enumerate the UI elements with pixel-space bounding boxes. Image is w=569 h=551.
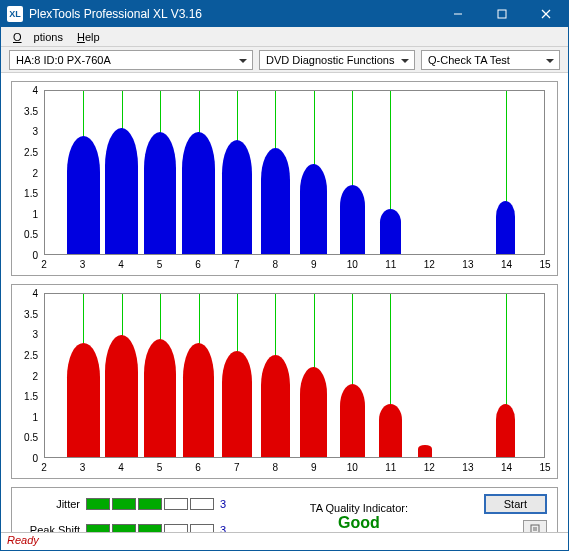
ytick: 0.5 [24, 229, 38, 240]
jitter-label: Jitter [22, 498, 80, 510]
ytick: 0 [32, 453, 38, 464]
ytick: 4 [32, 288, 38, 299]
data-peak [496, 404, 515, 457]
data-peak [222, 140, 253, 254]
ta-quality: TA Quality Indicator: Good [244, 502, 474, 532]
data-peak [144, 132, 177, 254]
data-peak [261, 355, 290, 457]
xtick: 11 [385, 462, 396, 473]
ytick: 2 [32, 370, 38, 381]
ta-quality-value: Good [244, 514, 474, 532]
xtick: 6 [195, 259, 201, 270]
data-peak [300, 367, 327, 457]
toolbar: HA:8 ID:0 PX-760A DVD Diagnostic Functio… [1, 47, 568, 73]
menu-help[interactable]: Help [71, 29, 106, 45]
data-peak [105, 128, 138, 254]
app-icon: XL [7, 6, 23, 22]
data-peak [105, 335, 138, 457]
content-area: 00.511.522.533.5423456789101112131415 00… [1, 73, 568, 479]
data-peak [183, 343, 214, 457]
data-peak [300, 164, 327, 254]
meter-box [190, 498, 214, 510]
ytick: 3 [32, 126, 38, 137]
chart-top: 00.511.522.533.5423456789101112131415 [11, 81, 558, 276]
xtick: 11 [385, 259, 396, 270]
xtick: 3 [80, 259, 86, 270]
xtick: 7 [234, 462, 240, 473]
xtick: 15 [539, 462, 550, 473]
jitter-value: 3 [220, 498, 234, 510]
xtick: 10 [347, 259, 358, 270]
xtick: 12 [424, 259, 435, 270]
meter-box [164, 498, 188, 510]
xtick: 4 [118, 259, 124, 270]
menu-options[interactable]: Options [7, 29, 69, 45]
ytick: 3 [32, 329, 38, 340]
meter-box [86, 498, 110, 510]
data-peak [340, 384, 365, 457]
start-button[interactable]: Start [484, 494, 547, 514]
maximize-button[interactable] [480, 1, 524, 27]
xtick: 2 [41, 462, 47, 473]
plot-area [44, 293, 545, 458]
data-peak [380, 209, 401, 254]
titlebar: XL PlexTools Professional XL V3.16 [1, 1, 568, 27]
xtick: 5 [157, 462, 163, 473]
data-peak [340, 185, 365, 254]
xtick: 2 [41, 259, 47, 270]
xtick: 14 [501, 462, 512, 473]
xtick: 10 [347, 462, 358, 473]
data-peak [144, 339, 177, 457]
ytick: 2.5 [24, 349, 38, 360]
xtick: 3 [80, 462, 86, 473]
ytick: 1 [32, 208, 38, 219]
xtick: 6 [195, 462, 201, 473]
ytick: 2 [32, 167, 38, 178]
chart-bottom: 00.511.522.533.5423456789101112131415 [11, 284, 558, 479]
ytick: 0.5 [24, 432, 38, 443]
ytick: 1.5 [24, 391, 38, 402]
ytick: 1.5 [24, 188, 38, 199]
xtick: 15 [539, 259, 550, 270]
ytick: 3.5 [24, 308, 38, 319]
xtick: 12 [424, 462, 435, 473]
xtick: 8 [272, 259, 278, 270]
data-peak [182, 132, 215, 254]
xtick: 7 [234, 259, 240, 270]
plot-area [44, 90, 545, 255]
data-peak [67, 343, 100, 457]
xtick: 9 [311, 462, 317, 473]
xtick: 8 [272, 462, 278, 473]
ytick: 3.5 [24, 105, 38, 116]
mode-dropdown[interactable]: DVD Diagnostic Functions [259, 50, 415, 70]
data-peak [222, 351, 253, 457]
xtick: 9 [311, 259, 317, 270]
jitter-meter [86, 498, 214, 510]
data-peak [418, 445, 431, 457]
statusbar: Ready [1, 532, 568, 550]
ytick: 2.5 [24, 146, 38, 157]
xtick: 13 [462, 462, 473, 473]
meter-box [112, 498, 136, 510]
data-peak [496, 201, 515, 254]
xtick: 13 [462, 259, 473, 270]
ytick: 1 [32, 411, 38, 422]
ta-quality-label: TA Quality Indicator: [244, 502, 474, 514]
data-peak [261, 148, 290, 254]
ytick: 4 [32, 85, 38, 96]
xtick: 4 [118, 462, 124, 473]
menubar: Options Help [1, 27, 568, 47]
window-title: PlexTools Professional XL V3.16 [29, 7, 436, 21]
xtick: 5 [157, 259, 163, 270]
close-button[interactable] [524, 1, 568, 27]
xtick: 14 [501, 259, 512, 270]
data-peak [379, 404, 402, 457]
test-dropdown[interactable]: Q-Check TA Test [421, 50, 560, 70]
minimize-button[interactable] [436, 1, 480, 27]
svg-rect-1 [498, 10, 506, 18]
data-peak [67, 136, 100, 254]
meter-box [138, 498, 162, 510]
jitter-row: Jitter 3 [22, 494, 234, 514]
ytick: 0 [32, 250, 38, 261]
device-dropdown[interactable]: HA:8 ID:0 PX-760A [9, 50, 253, 70]
